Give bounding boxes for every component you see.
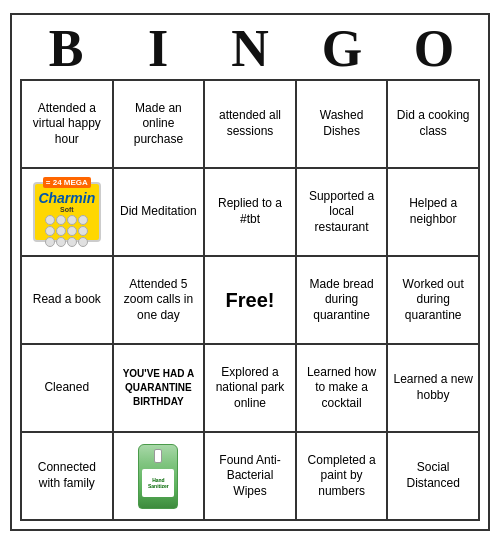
bingo-cell-o2[interactable]: Helped a neighbor — [388, 169, 480, 257]
cell-label: Made bread during quarantine — [301, 277, 383, 324]
cell-label: Attended 5 zoom calls in one day — [118, 277, 200, 324]
charmin-rolls — [45, 215, 89, 247]
bingo-cell-g4[interactable]: Learned how to make a cocktail — [297, 345, 389, 433]
charmin-badge: = 24 MEGA — [43, 177, 91, 188]
bingo-cell-b5[interactable]: Connected with family — [22, 433, 114, 521]
bingo-cell-o4[interactable]: Learned a new hobby — [388, 345, 480, 433]
bingo-cell-o3[interactable]: Worked out during quarantine — [388, 257, 480, 345]
bingo-cell-g2[interactable]: Supported a local restaurant — [297, 169, 389, 257]
bingo-cell-b2[interactable]: = 24 MEGA Charmin Soft — [22, 169, 114, 257]
bingo-cell-g5[interactable]: Completed a paint by numbers — [297, 433, 389, 521]
charmin-brand: Charmin — [38, 190, 95, 206]
cell-label: Explored a national park online — [209, 365, 291, 412]
hand-sanitizer-image: Hand Sanitizer — [138, 444, 178, 509]
bingo-cell-g1[interactable]: Washed Dishes — [297, 81, 389, 169]
bingo-cell-b4[interactable]: Cleaned — [22, 345, 114, 433]
cell-label: Social Distanced — [392, 460, 474, 491]
free-space-label: Free! — [226, 287, 275, 313]
bingo-cell-b3[interactable]: Read a book — [22, 257, 114, 345]
bingo-letter-i: I — [114, 23, 202, 75]
cell-label: Completed a paint by numbers — [301, 453, 383, 500]
bingo-cell-i5[interactable]: Hand Sanitizer — [114, 433, 206, 521]
cell-label: Helped a neighbor — [392, 196, 474, 227]
cell-label: Did a cooking class — [392, 108, 474, 139]
cell-label: Cleaned — [44, 380, 89, 396]
quarantine-birthday-text: YOU'VE HAD A QUARANTINE BIRTHDAY — [118, 367, 200, 409]
charmin-toilet-paper-image: = 24 MEGA Charmin Soft — [33, 182, 101, 242]
cell-label: Learned a new hobby — [392, 372, 474, 403]
cell-label: Replied to a #tbt — [209, 196, 291, 227]
bingo-cell-g3[interactable]: Made bread during quarantine — [297, 257, 389, 345]
cell-label: Washed Dishes — [301, 108, 383, 139]
bingo-cell-n4[interactable]: Explored a national park online — [205, 345, 297, 433]
bingo-cell-o1[interactable]: Did a cooking class — [388, 81, 480, 169]
cell-label: Worked out during quarantine — [392, 277, 474, 324]
bingo-header: BINGO — [20, 23, 480, 75]
cell-label: Read a book — [33, 292, 101, 308]
cell-label: Attended a virtual happy hour — [26, 101, 108, 148]
bingo-cell-n3[interactable]: Free! — [205, 257, 297, 345]
cell-label: Found Anti-Bacterial Wipes — [209, 453, 291, 500]
bingo-letter-n: N — [206, 23, 294, 75]
bingo-cell-n2[interactable]: Replied to a #tbt — [205, 169, 297, 257]
pump — [154, 449, 162, 463]
cell-label: Supported a local restaurant — [301, 189, 383, 236]
bingo-cell-o5[interactable]: Social Distanced — [388, 433, 480, 521]
bingo-cell-i1[interactable]: Made an online purchase — [114, 81, 206, 169]
bingo-grid: Attended a virtual happy hourMade an onl… — [20, 79, 480, 521]
charmin-sub: Soft — [60, 206, 74, 213]
cell-label: attended all sessions — [209, 108, 291, 139]
bingo-cell-n1[interactable]: attended all sessions — [205, 81, 297, 169]
cell-label: Learned how to make a cocktail — [301, 365, 383, 412]
sanitizer-label: Hand Sanitizer — [142, 469, 174, 497]
bingo-cell-i4[interactable]: YOU'VE HAD A QUARANTINE BIRTHDAY — [114, 345, 206, 433]
cell-label: Connected with family — [26, 460, 108, 491]
bingo-letter-o: O — [390, 23, 478, 75]
cell-label: Made an online purchase — [118, 101, 200, 148]
bingo-letter-b: B — [22, 23, 110, 75]
bingo-letter-g: G — [298, 23, 386, 75]
bingo-cell-b1[interactable]: Attended a virtual happy hour — [22, 81, 114, 169]
bingo-cell-i2[interactable]: Did Meditation — [114, 169, 206, 257]
bingo-card: BINGO Attended a virtual happy hourMade … — [10, 13, 490, 531]
cell-label: Did Meditation — [120, 204, 197, 220]
bingo-cell-i3[interactable]: Attended 5 zoom calls in one day — [114, 257, 206, 345]
bingo-cell-n5[interactable]: Found Anti-Bacterial Wipes — [205, 433, 297, 521]
